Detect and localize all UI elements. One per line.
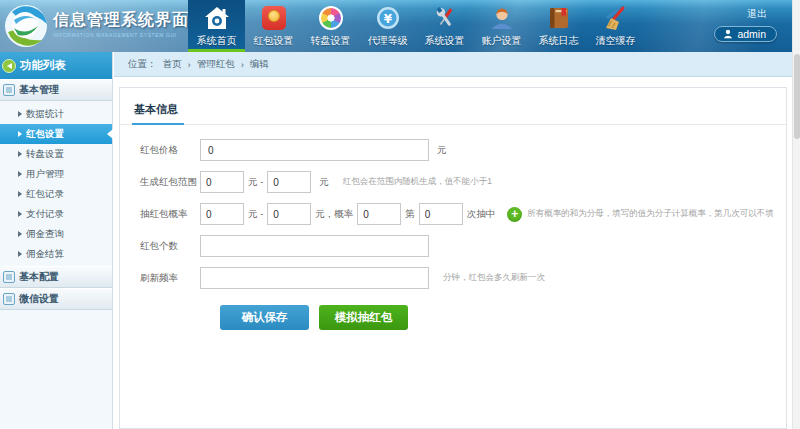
prob-weight-input[interactable] [357, 203, 401, 225]
nav-tab-system-log[interactable]: 系统日志 [530, 0, 587, 52]
price-label: 红包价格 [140, 144, 200, 157]
caret-right-icon [18, 231, 22, 237]
prob-separator-3: 第 [405, 208, 415, 221]
user-icon [723, 29, 733, 39]
prob-min-input[interactable] [200, 203, 244, 225]
clear-cache-icon [603, 3, 629, 33]
content-area: 基本信息 红包价格 元 生成红包范围 元 - 元 红包会在范围内随机生 [114, 78, 792, 429]
sidebar-header[interactable]: 功能列表 [0, 52, 112, 79]
refresh-input[interactable] [200, 267, 429, 289]
sidebar-item-label: 佣金结算 [26, 248, 64, 261]
add-probability-button[interactable]: + [507, 207, 522, 222]
nav-tab-label: 账户设置 [482, 34, 522, 48]
sidebar-item-label: 红包设置 [26, 128, 64, 141]
nav-tab-agent-level[interactable]: ¥ 代理等级 [359, 0, 416, 52]
caret-right-icon [18, 171, 22, 177]
nav-tab-red-packet-settings[interactable]: 红包设置 [245, 0, 302, 52]
sidebar-item-red-packet-settings[interactable]: 红包设置 [0, 124, 112, 144]
sidebar-section-label: 微信设置 [19, 292, 59, 306]
nav-tab-clear-cache[interactable]: 清空缓存 [587, 0, 644, 52]
sidebar-section-wechat-settings[interactable]: 微信设置 [0, 288, 112, 310]
sidebar-item-red-packet-records[interactable]: 红包记录 [0, 184, 112, 204]
logout-button[interactable]: 退出 [747, 7, 767, 21]
refresh-hint: 分钟，红包会多久刷新一次 [443, 272, 545, 284]
price-unit: 元 [437, 144, 447, 157]
form-row-count: 红包个数 [140, 235, 786, 257]
panel-title: 基本信息 [132, 102, 184, 125]
app-subtitle: INFORMATION MANAGEMENT SYSTEM GUI [53, 33, 177, 39]
range-min-input[interactable] [200, 171, 244, 193]
sidebar-item-label: 转盘设置 [26, 148, 64, 161]
form-row-refresh: 刷新频率 分钟，红包会多久刷新一次 [140, 267, 786, 289]
panel-title-row: 基本信息 [120, 88, 786, 125]
nav-tab-system-settings[interactable]: 系统设置 [416, 0, 473, 52]
form-row-price: 红包价格 元 [140, 139, 786, 161]
form-row-range: 生成红包范围 元 - 元 红包会在范围内随机生成，值不能小于1 [140, 171, 786, 193]
nav-tab-account-settings[interactable]: 账户设置 [473, 0, 530, 52]
sidebar-item-label: 佣金查询 [26, 228, 64, 241]
app-window: 信息管理系统界面 INFORMATION MANAGEMENT SYSTEM G… [0, 0, 800, 429]
agent-level-icon: ¥ [375, 3, 401, 33]
top-nav: 系统首页 红包设置 转盘设置 ¥ [188, 0, 644, 52]
range-separator: 元 - [248, 176, 263, 189]
caret-right-icon [18, 151, 22, 157]
probability-hint: 所有概率的和为分母，填写的值为分子计算概率，第几次可以不填 [527, 208, 774, 220]
count-label: 红包个数 [140, 240, 200, 253]
current-user-button[interactable]: admin [714, 26, 777, 42]
nav-tab-system-home[interactable]: 系统首页 [188, 0, 245, 52]
price-input[interactable] [200, 139, 429, 161]
caret-right-icon [18, 211, 22, 217]
basic-info-panel: 基本信息 红包价格 元 生成红包范围 元 - 元 红包会在范围内随机生 [119, 87, 787, 429]
breadcrumb-manage-red-packet[interactable]: 管理红包 [197, 58, 235, 71]
range-max-input[interactable] [267, 171, 311, 193]
sidebar-menu: 数据统计 红包设置 转盘设置 用户管理 红包记录 支付记录 [0, 101, 112, 266]
log-book-icon [546, 3, 572, 33]
prob-separator-1: 元 - [248, 208, 263, 221]
simulate-draw-button[interactable]: 模拟抽红包 [319, 305, 408, 330]
nav-tab-wheel-settings[interactable]: 转盘设置 [302, 0, 359, 52]
nav-tab-label: 红包设置 [254, 34, 294, 48]
sidebar-item-label: 数据统计 [26, 108, 64, 121]
sidebar-section-label: 基本管理 [19, 83, 59, 97]
home-icon [204, 3, 230, 33]
sidebar-item-data-stats[interactable]: 数据统计 [0, 104, 112, 124]
sidebar-item-label: 红包记录 [26, 188, 64, 201]
main-area: 位置： 首页 › 管理红包 › 编辑 基本信息 红包价格 元 [114, 52, 792, 429]
nav-tab-label: 系统日志 [539, 34, 579, 48]
list-icon [3, 293, 15, 305]
prob-round-input[interactable] [419, 203, 463, 225]
breadcrumb-home[interactable]: 首页 [163, 58, 182, 71]
nav-tab-label: 系统设置 [425, 34, 465, 48]
refresh-label: 刷新频率 [140, 272, 200, 285]
sidebar-item-payment-records[interactable]: 支付记录 [0, 204, 112, 224]
caret-right-icon [18, 111, 22, 117]
probability-label: 抽红包概率 [140, 208, 200, 221]
count-input[interactable] [200, 235, 429, 257]
list-icon [3, 271, 15, 283]
sidebar-item-label: 支付记录 [26, 208, 64, 221]
scrollbar-thumb[interactable] [794, 54, 800, 139]
prob-separator-2: 元，概率 [315, 208, 353, 221]
sidebar-section-label: 基本配置 [19, 270, 59, 284]
sidebar-section-basic-config[interactable]: 基本配置 [0, 266, 112, 288]
app-header: 信息管理系统界面 INFORMATION MANAGEMENT SYSTEM G… [0, 0, 792, 52]
sidebar: 功能列表 基本管理 数据统计 红包设置 转盘设置 [0, 52, 113, 429]
wheel-icon [319, 3, 343, 33]
prob-max-input[interactable] [267, 203, 311, 225]
range-hint: 红包会在范围内随机生成，值不能小于1 [343, 176, 492, 188]
sidebar-item-user-management[interactable]: 用户管理 [0, 164, 112, 184]
prob-suffix: 次抽中 [467, 208, 496, 221]
caret-right-icon [18, 251, 22, 257]
range-label: 生成红包范围 [140, 176, 200, 189]
caret-right-icon [18, 131, 22, 137]
confirm-save-button[interactable]: 确认保存 [220, 305, 309, 330]
sidebar-section-basic-management[interactable]: 基本管理 [0, 79, 112, 101]
red-packet-icon [262, 3, 286, 33]
sidebar-item-wheel-settings[interactable]: 转盘设置 [0, 144, 112, 164]
nav-tab-label: 代理等级 [368, 34, 408, 48]
vertical-scrollbar [792, 0, 800, 429]
sidebar-item-commission-query[interactable]: 佣金查询 [0, 224, 112, 244]
red-packet-form: 红包价格 元 生成红包范围 元 - 元 红包会在范围内随机生成，值不能小于1 抽… [120, 125, 786, 330]
sidebar-header-label: 功能列表 [20, 58, 66, 73]
sidebar-item-commission-settlement[interactable]: 佣金结算 [0, 244, 112, 264]
